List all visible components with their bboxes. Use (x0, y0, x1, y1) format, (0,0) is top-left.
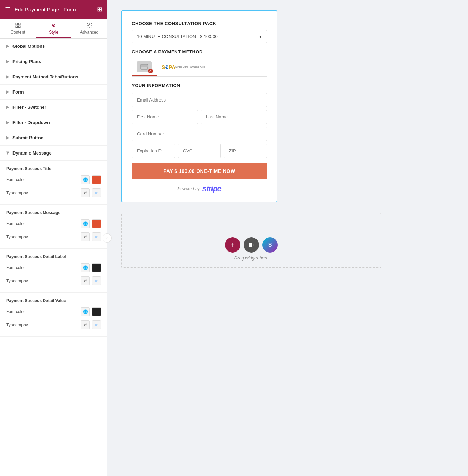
typography-label-message: Typography (6, 235, 28, 239)
color-swatch-message[interactable] (92, 219, 101, 228)
globe-icon-detail[interactable]: 🌐 (81, 263, 90, 272)
elementor-s-button[interactable]: S (262, 237, 278, 253)
typography-row-detail-value: Typography ↺ ✏ (6, 320, 101, 329)
globe-icon-value[interactable]: 🌐 (81, 307, 90, 316)
sidebar-header: ☰ Edit Payment Page - Form ⊞ (0, 0, 107, 19)
collapse-handle[interactable]: ‹ (103, 233, 112, 243)
pay-button[interactable]: PAY $ 100.00 ONE-TIME NOW (132, 163, 267, 179)
svg-rect-0 (16, 23, 17, 25)
nav-item-label: Filter - Switcher (12, 105, 46, 110)
sidebar: ☰ Edit Payment Page - Form ⊞ Content Sty… (0, 0, 107, 476)
tab-advanced[interactable]: Advanced (71, 19, 107, 38)
sepa-logo: S€PA (162, 64, 175, 70)
nav-item-label: Payment Method Tabs/Buttons (12, 74, 78, 79)
tab-content[interactable]: Content (0, 19, 36, 38)
expiry-field[interactable] (132, 144, 175, 158)
font-color-label-detail: Font-color (6, 265, 25, 270)
color-swatch-detail-value[interactable] (92, 307, 101, 316)
hamburger-icon[interactable]: ☰ (5, 6, 10, 13)
powered-by: Powered by stripe (132, 184, 267, 193)
nav-item-label: Filter - Dropdown (12, 120, 50, 125)
name-row (132, 110, 267, 124)
sidebar-item-filter-dropdown[interactable]: ▶ Filter - Dropdown (0, 115, 107, 130)
font-color-row-detail-label: Font-color 🌐 (6, 263, 101, 272)
typography-row-title: Typography ↺ ✏ (6, 188, 101, 197)
sidebar-tabs: Content Style Advanced (0, 19, 107, 39)
arrow-icon: ▶ (6, 59, 9, 64)
sidebar-item-form[interactable]: ▶ Form (0, 85, 107, 100)
reset-icon-value[interactable]: ↺ (81, 320, 90, 329)
settings-panel-message: Payment Success Message Font-color 🌐 Typ… (0, 205, 107, 249)
edit-icon[interactable]: ✏ (92, 188, 101, 197)
svg-rect-3 (18, 26, 20, 28)
globe-icon-message[interactable]: 🌐 (81, 219, 90, 228)
payment-method-heading: CHOOSE A PAYMENT METHOD (132, 49, 267, 54)
sidebar-item-global-options[interactable]: ▶ Global Options (0, 39, 107, 54)
font-color-label: Font-color (6, 177, 25, 182)
nav-item-label: Pricing Plans (12, 59, 41, 64)
last-name-field[interactable] (201, 110, 267, 124)
drop-zone-text: Drag widget here (234, 255, 269, 261)
cvc-field[interactable] (178, 144, 221, 158)
card-number-field[interactable] (132, 127, 267, 141)
add-widget-button[interactable]: + (225, 237, 240, 253)
color-swatch-detail-label[interactable] (92, 263, 101, 272)
svg-point-5 (53, 25, 54, 26)
card-payment-tab[interactable]: ✓ (132, 59, 157, 76)
payment-success-detail-label-heading: Payment Success Detail Label (6, 254, 101, 259)
font-color-controls-detail: 🌐 (81, 263, 101, 272)
zip-field[interactable] (224, 144, 267, 158)
reset-icon-message[interactable]: ↺ (81, 232, 90, 241)
edit-icon-detail[interactable]: ✏ (92, 276, 101, 285)
sidebar-item-submit-button[interactable]: ▶ Submit Button (0, 130, 107, 146)
typography-controls: ↺ ✏ (81, 188, 101, 197)
sepa-payment-tab[interactable]: S€PA Single Euro Payments Area (157, 59, 210, 76)
arrow-icon: ▶ (6, 90, 9, 94)
edit-icon-value[interactable]: ✏ (92, 320, 101, 329)
drop-zone: + S Drag widget here (121, 213, 381, 268)
reset-icon-detail[interactable]: ↺ (81, 276, 90, 285)
video-button[interactable] (244, 237, 259, 253)
typography-label-value: Typography (6, 323, 28, 327)
globe-icon[interactable]: 🌐 (81, 175, 90, 184)
sidebar-item-filter-switcher[interactable]: ▶ Filter - Switcher (0, 100, 107, 115)
checkmark-icon: ✓ (148, 69, 153, 73)
font-color-row-title: Font-color 🌐 (6, 175, 101, 184)
arrow-icon: ▶ (6, 74, 9, 79)
grid-icon[interactable]: ⊞ (97, 6, 102, 13)
nav-item-label: Form (12, 89, 24, 95)
payment-success-message-heading: Payment Success Message (6, 210, 101, 215)
sidebar-title: Edit Payment Page - Form (15, 7, 93, 12)
nav-item-label: Submit Button (12, 135, 44, 140)
font-color-controls-value: 🌐 (81, 307, 101, 316)
tab-style[interactable]: Style (36, 19, 71, 38)
reset-icon[interactable]: ↺ (81, 188, 90, 197)
consultation-option: 10 MINUTE CONSULTATION - $ 100.00 (137, 34, 218, 39)
font-color-label-value: Font-color (6, 309, 25, 314)
arrow-icon: ▶ (6, 120, 9, 125)
font-color-row-message: Font-color 🌐 (6, 219, 101, 228)
font-color-row-detail-value: Font-color 🌐 (6, 307, 101, 316)
tab-advanced-label: Advanced (80, 30, 98, 35)
typography-label: Typography (6, 191, 28, 195)
sidebar-item-payment-method-tabs[interactable]: ▶ Payment Method Tabs/Buttons (0, 69, 107, 85)
edit-icon-message[interactable]: ✏ (92, 232, 101, 241)
svg-marker-10 (253, 244, 254, 246)
email-field[interactable] (132, 93, 267, 107)
sidebar-item-pricing-plans[interactable]: ▶ Pricing Plans (0, 54, 107, 69)
arrow-icon: ▶ (6, 105, 9, 109)
first-name-field[interactable] (132, 110, 198, 124)
payment-success-title-heading: Payment Success Title (6, 166, 101, 171)
typography-row-message: Typography ↺ ✏ (6, 232, 101, 241)
consultation-select[interactable]: 10 MINUTE CONSULTATION - $ 100.00 ▾ (132, 30, 267, 43)
nav-item-label: Dynamic Message (12, 150, 52, 156)
arrow-icon: ▶ (6, 135, 9, 140)
payment-form-card: CHOOSE THE CONSULTATION PACK 10 MINUTE C… (121, 10, 277, 202)
typography-controls-value: ↺ ✏ (81, 320, 101, 329)
svg-point-6 (88, 25, 90, 26)
font-color-label-message: Font-color (6, 221, 25, 226)
payment-success-detail-value-heading: Payment Success Detail Value (6, 298, 101, 303)
tab-content-label: Content (10, 30, 25, 35)
color-swatch-title[interactable] (92, 175, 101, 184)
sidebar-item-dynamic-message[interactable]: ▶ Dynamic Message (0, 146, 107, 161)
